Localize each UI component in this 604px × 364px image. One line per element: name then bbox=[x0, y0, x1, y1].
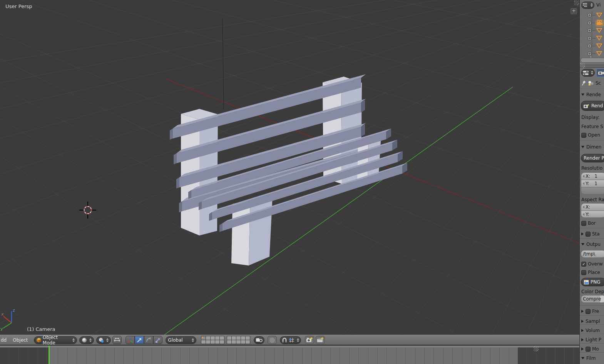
outliner-item-mesh[interactable]: + bbox=[580, 42, 604, 50]
region-expand-button[interactable]: + bbox=[571, 8, 577, 14]
opengl-render-image-button[interactable] bbox=[305, 336, 314, 344]
aspect-ratio-label: Aspect Ra bbox=[581, 196, 604, 203]
scene-lock-button[interactable] bbox=[254, 336, 264, 344]
layers-grid-1[interactable] bbox=[201, 336, 224, 344]
mode-dropdown[interactable]: Object Mode bbox=[34, 336, 77, 344]
overwrite-checkbox[interactable] bbox=[581, 262, 586, 267]
panel-header-freestyle[interactable]: Fre bbox=[581, 308, 604, 315]
stepper-left-icon[interactable] bbox=[583, 205, 584, 209]
scale-icon bbox=[155, 337, 161, 343]
outliner-item-mesh[interactable]: + bbox=[580, 12, 604, 19]
freestyle-checkbox[interactable] bbox=[586, 309, 591, 314]
timeline-frame-range[interactable] bbox=[49, 347, 518, 364]
shading-dropdown[interactable] bbox=[79, 336, 94, 344]
scale-manipulator-button[interactable] bbox=[153, 336, 162, 344]
resolution-percent-slider[interactable] bbox=[581, 187, 604, 194]
compression-slider[interactable]: Compre bbox=[581, 295, 604, 303]
panel-header-light-paths[interactable]: Light P bbox=[581, 336, 604, 343]
render-presets-dropdown[interactable]: Render Pr bbox=[581, 154, 604, 162]
outliner-item-mesh[interactable]: + bbox=[580, 35, 604, 42]
panel-header-film[interactable]: Film bbox=[581, 355, 604, 362]
rotate-manipulator-button[interactable] bbox=[144, 336, 153, 344]
manipulate-center-points-button[interactable] bbox=[112, 336, 122, 344]
scene-icon[interactable] bbox=[588, 80, 594, 86]
aspect-x-field[interactable]: X: bbox=[581, 203, 604, 210]
right-column: Vi + + + + bbox=[579, 0, 604, 364]
panel-collapsed-icon bbox=[581, 329, 584, 332]
shading-sphere-icon bbox=[82, 337, 87, 343]
area-corner-handle[interactable] bbox=[580, 63, 585, 68]
3d-viewport[interactable]: User Persp (1) Camera x y z + bbox=[0, 0, 579, 335]
placeholders-checkbox[interactable] bbox=[581, 270, 586, 275]
outliner[interactable]: Vi + + + + bbox=[580, 0, 604, 65]
snap-controls[interactable] bbox=[280, 336, 301, 344]
3d-cursor[interactable] bbox=[79, 202, 96, 219]
mesh-icon bbox=[596, 35, 602, 41]
border-row[interactable]: Bor bbox=[581, 220, 604, 227]
panel-header-sampling[interactable]: Sampl bbox=[581, 318, 604, 325]
output-path-field[interactable]: /tmp\ bbox=[581, 250, 604, 258]
outliner-item-mesh[interactable]: + bbox=[580, 27, 604, 35]
area-corner-handle[interactable] bbox=[574, 0, 579, 5]
feature-set-label: Feature S bbox=[581, 123, 604, 130]
menu-object[interactable]: Object bbox=[10, 337, 31, 343]
overwrite-row[interactable]: Overw bbox=[581, 260, 604, 267]
outliner-editor-icon bbox=[583, 3, 588, 7]
panel-header-volume-sampling[interactable]: Volum bbox=[581, 327, 604, 334]
file-format-dropdown[interactable]: PNG bbox=[581, 278, 604, 286]
render-button[interactable]: Rend bbox=[581, 101, 604, 111]
outliner-scrollbar[interactable] bbox=[581, 58, 604, 63]
pivot-dropdown[interactable] bbox=[96, 336, 111, 344]
editor-type-dropdown[interactable] bbox=[581, 69, 595, 77]
panel-header-output[interactable]: Outpu bbox=[581, 241, 604, 248]
expand-icon[interactable]: + bbox=[587, 28, 592, 33]
translate-manipulator-button[interactable] bbox=[135, 336, 144, 344]
motion-blur-checkbox[interactable] bbox=[586, 347, 591, 352]
proportional-edit-button[interactable] bbox=[268, 336, 277, 344]
resolution-y-value: 1 bbox=[594, 181, 597, 186]
stepper-left-icon[interactable] bbox=[583, 175, 584, 178]
breadcrumb-scene-label[interactable]: Sc bbox=[596, 80, 601, 86]
dropdown-arrows-icon bbox=[591, 3, 593, 7]
dropdown-arrows-icon bbox=[72, 338, 75, 342]
image-format-icon bbox=[584, 280, 589, 285]
osl-row[interactable]: Open bbox=[581, 132, 604, 139]
stamp-checkbox[interactable] bbox=[586, 232, 591, 237]
stepper-left-icon[interactable] bbox=[583, 182, 584, 185]
layers-grid-2[interactable] bbox=[227, 336, 250, 344]
area-splitter[interactable] bbox=[580, 65, 604, 68]
outliner-view-menu[interactable]: Vi bbox=[596, 2, 601, 8]
timeline-playhead[interactable] bbox=[49, 346, 50, 364]
timeline[interactable] bbox=[0, 345, 579, 364]
placeholders-row[interactable]: Place bbox=[581, 269, 604, 276]
panel-header-render[interactable]: Rende bbox=[581, 91, 604, 98]
manipulator-orientation-button[interactable] bbox=[125, 336, 135, 344]
gizmo-y-label: y bbox=[0, 326, 3, 331]
outliner-item-camera[interactable]: + bbox=[580, 19, 604, 27]
resolution-x-field[interactable]: X: 1 bbox=[581, 172, 604, 180]
expand-icon[interactable]: + bbox=[587, 44, 592, 48]
border-checkbox[interactable] bbox=[581, 221, 586, 226]
render-tab[interactable] bbox=[596, 68, 604, 77]
timeline-post-range[interactable] bbox=[518, 347, 579, 364]
editor-type-dropdown[interactable] bbox=[581, 2, 594, 9]
menu-add-fragment[interactable]: dd bbox=[0, 337, 10, 343]
resolution-y-field[interactable]: Y: 1 bbox=[581, 180, 604, 187]
expand-icon[interactable]: + bbox=[587, 21, 592, 25]
area-corner-handle[interactable] bbox=[534, 346, 539, 351]
panel-header-dimensions[interactable]: Dimen bbox=[581, 144, 604, 150]
orientation-dropdown[interactable]: Global bbox=[166, 336, 196, 344]
cube-icon bbox=[36, 337, 41, 342]
bench-model[interactable] bbox=[170, 74, 407, 265]
pin-icon[interactable] bbox=[581, 80, 586, 86]
expand-icon[interactable]: + bbox=[587, 13, 592, 17]
stepper-left-icon[interactable] bbox=[583, 213, 584, 216]
expand-icon[interactable]: + bbox=[587, 36, 592, 40]
osl-checkbox[interactable] bbox=[581, 133, 586, 138]
opengl-render-animation-button[interactable] bbox=[316, 336, 325, 344]
properties-editor[interactable]: Sc Rende Rend Display: Feature S Open bbox=[580, 68, 604, 364]
panel-header-stamp[interactable]: Sta bbox=[581, 230, 604, 237]
aspect-y-field[interactable]: Y: bbox=[581, 210, 604, 218]
panel-header-motion-blur[interactable]: Mo bbox=[581, 346, 604, 352]
timeline-pre-range[interactable] bbox=[0, 347, 49, 364]
